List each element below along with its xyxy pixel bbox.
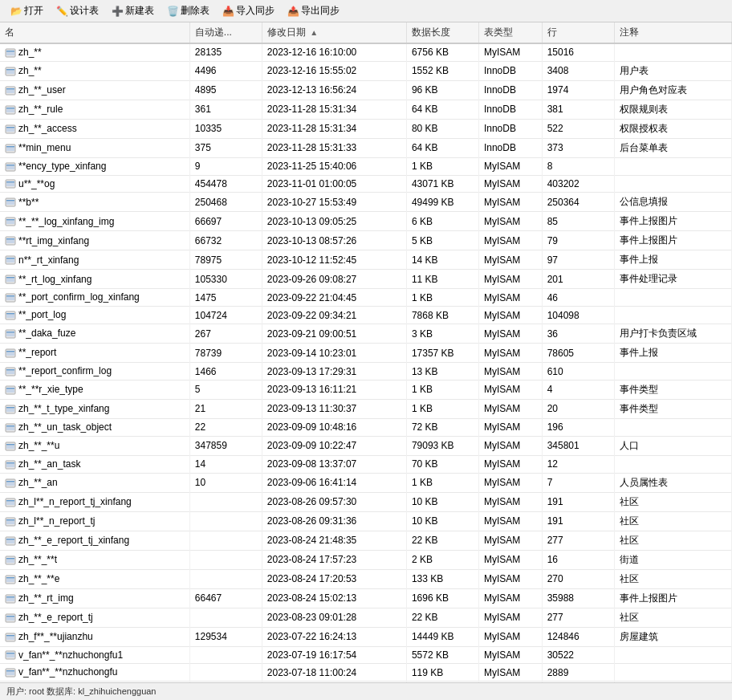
table-row[interactable]: **ency_type_xinfang92023-11-25 15:40:061…	[0, 157, 732, 175]
table-row[interactable]: **_**r_xie_type52023-09-13 16:11:211 KBM…	[0, 380, 732, 399]
svg-rect-54	[6, 298, 14, 299]
cell-name: n**_rt_xinfang	[0, 250, 189, 270]
cell-rows: 2889	[542, 664, 614, 682]
table-row[interactable]: zh_**_e_report_tj_xinfang2023-08-24 21:4…	[0, 531, 732, 550]
svg-rect-65	[6, 351, 14, 352]
table-row[interactable]: **_port_log1047242023-09-22 09:34:217868…	[0, 307, 732, 324]
svg-rect-107	[6, 542, 14, 543]
table-row[interactable]: zh_**44962023-12-16 15:55:021552 KBInnoD…	[0, 61, 732, 80]
svg-rect-75	[6, 391, 14, 392]
table-row[interactable]: zh_**_**u3478592023-09-09 10:22:4779093 …	[0, 436, 732, 455]
col-header-type[interactable]: 表类型	[478, 22, 542, 43]
cell-type: MyISAM	[478, 399, 542, 418]
table-row[interactable]: **rt_img_xinfang667322023-10-13 08:57:26…	[0, 231, 732, 250]
cell-name: **ency_type_xinfang	[0, 157, 189, 175]
design-button[interactable]: ✏️ 设计表	[51, 2, 104, 20]
cell-type: MyISAM	[478, 455, 542, 473]
cell-type: MyISAM	[478, 380, 542, 399]
cell-name-text: zh_**_**t	[18, 554, 57, 565]
table-row[interactable]: **min_menu3752023-11-28 15:31:3364 KBInn…	[0, 138, 732, 157]
cell-size: 22 KB	[406, 608, 478, 627]
cell-name: **_report_confirm_log	[0, 363, 189, 381]
table-row[interactable]: zh_l**_n_report_tj2023-08-26 09:31:3610 …	[0, 511, 732, 531]
svg-rect-83	[6, 429, 14, 429]
table-row[interactable]: **_**_log_xinfang_img666972023-10-13 09:…	[0, 212, 732, 231]
table-row[interactable]: zh_**_e_report_tj2023-08-23 09:01:2822 K…	[0, 608, 732, 627]
table-row[interactable]: **_report787392023-09-14 10:23:0117357 K…	[0, 344, 732, 363]
cell-size: 13 KB	[406, 363, 478, 381]
col-header-size[interactable]: 数据长度	[406, 22, 478, 43]
cell-type: MyISAM	[478, 664, 542, 682]
col-header-auto[interactable]: 自动递...	[189, 22, 262, 43]
svg-rect-7	[6, 72, 14, 73]
cell-name-text: **b**	[18, 197, 39, 208]
table-row[interactable]: **b**2504682023-10-27 15:53:4949499 KBMy…	[0, 193, 732, 212]
cell-rows: 36	[542, 324, 614, 344]
cell-auto: 66467	[189, 588, 262, 608]
export-button[interactable]: 📤 导出同步	[282, 2, 345, 20]
cell-name-text: u**_**og	[18, 178, 55, 189]
col-header-rows[interactable]: 行	[542, 22, 614, 43]
table-row[interactable]: **_report_confirm_log14662023-09-13 17:2…	[0, 363, 732, 381]
table-row[interactable]: zh_**_rt_img664672023-08-24 15:02:131696…	[0, 588, 732, 608]
table-row[interactable]: zh_l**_n_report_tj_xinfang2023-08-26 09:…	[0, 492, 732, 511]
cell-auto: 5	[189, 380, 262, 399]
table-icon	[5, 254, 16, 266]
table-row[interactable]: zh_**_t_type_xinfang212023-09-13 11:30:3…	[0, 399, 732, 418]
svg-rect-59	[6, 317, 14, 318]
table-row[interactable]: v_fan**_**nzhuchongfu12023-07-19 16:17:5…	[0, 646, 732, 664]
table-row[interactable]: zh_**_un_task_object222023-09-09 10:48:1…	[0, 418, 732, 436]
table-row[interactable]: zh_**_access103352023-11-28 15:31:3480 K…	[0, 119, 732, 138]
cell-comment: 权限规则表	[614, 100, 731, 119]
table-icon	[5, 66, 16, 77]
cell-date: 2023-08-24 17:20:53	[262, 569, 406, 588]
import-button[interactable]: 📥 导入同步	[217, 2, 280, 20]
cell-size: 49499 KB	[406, 193, 478, 212]
cell-type: MyISAM	[478, 43, 542, 61]
table-row[interactable]: zh_**_**t2023-08-24 17:57:232 KBMyISAM16…	[0, 550, 732, 569]
cell-comment: 事件处理记录	[614, 270, 731, 289]
cell-comment: 用户表	[614, 61, 731, 80]
table-row[interactable]: **_port_confirm_log_xinfang14752023-09-2…	[0, 289, 732, 307]
cell-auto: 105330	[189, 270, 262, 289]
cell-date: 2023-10-12 11:52:45	[262, 250, 406, 270]
table-row[interactable]: zh_**_an102023-09-06 16:41:141 KBMyISAM7…	[0, 473, 732, 492]
cell-name-text: zh_l**_n_report_tj	[18, 515, 95, 527]
svg-rect-62	[6, 334, 14, 335]
cell-rows: 201	[542, 270, 614, 289]
cell-size: 6 KB	[406, 212, 478, 231]
table-icon	[5, 574, 16, 585]
svg-rect-38	[6, 222, 14, 222]
design-label: 设计表	[70, 4, 99, 18]
cell-comment: 街道	[614, 550, 731, 569]
table-row[interactable]: zh_**281352023-12-16 16:10:006756 KBMyIS…	[0, 43, 732, 61]
cell-auto: 347859	[189, 436, 262, 455]
svg-rect-67	[6, 355, 14, 356]
col-header-date[interactable]: 修改日期 ▲	[262, 22, 406, 43]
table-row[interactable]: zh_**_user48952023-12-13 16:56:2496 KBIn…	[0, 80, 732, 100]
col-header-name[interactable]: 名	[0, 22, 189, 43]
table-row[interactable]: zh_**_an_task142023-09-08 13:37:0770 KBM…	[0, 455, 732, 473]
table-row[interactable]: **_daka_fuze2672023-09-21 09:00:513 KBMy…	[0, 324, 732, 344]
table-row[interactable]: zh_**_**e2023-08-24 17:20:53133 KBMyISAM…	[0, 569, 732, 588]
cell-comment	[614, 175, 731, 193]
table-row[interactable]: v_fan**_**nzhuchongfu2023-07-18 11:00:24…	[0, 664, 732, 682]
table-row[interactable]: **_rt_log_xinfang1053302023-09-26 09:08:…	[0, 270, 732, 289]
col-header-comment[interactable]: 注释	[614, 22, 731, 43]
cell-name: zh_**_**e	[0, 569, 189, 588]
cell-type: MyISAM	[478, 289, 542, 307]
table-row[interactable]: n**_rt_xinfang789752023-10-12 11:52:4514…	[0, 250, 732, 270]
open-button[interactable]: 📂 打开	[5, 2, 49, 20]
table-row[interactable]: zh_f**_**ujianzhu1295342023-07-22 16:24:…	[0, 627, 732, 646]
table-icon	[5, 178, 16, 189]
table-row[interactable]: zh_**_rule3612023-11-28 15:31:3464 KBInn…	[0, 100, 732, 119]
svg-rect-119	[6, 600, 14, 600]
cell-name: zh_**	[0, 61, 189, 80]
cell-type: MyISAM	[478, 569, 542, 588]
new-table-button[interactable]: ➕ 新建表	[106, 2, 160, 20]
cell-size: 22 KB	[406, 531, 478, 550]
cell-auto: 22	[189, 418, 262, 436]
svg-rect-77	[6, 407, 14, 409]
table-row[interactable]: u**_**og4544782023-11-01 01:00:0543071 K…	[0, 175, 732, 193]
delete-button[interactable]: 🗑️ 删除表	[161, 2, 215, 20]
